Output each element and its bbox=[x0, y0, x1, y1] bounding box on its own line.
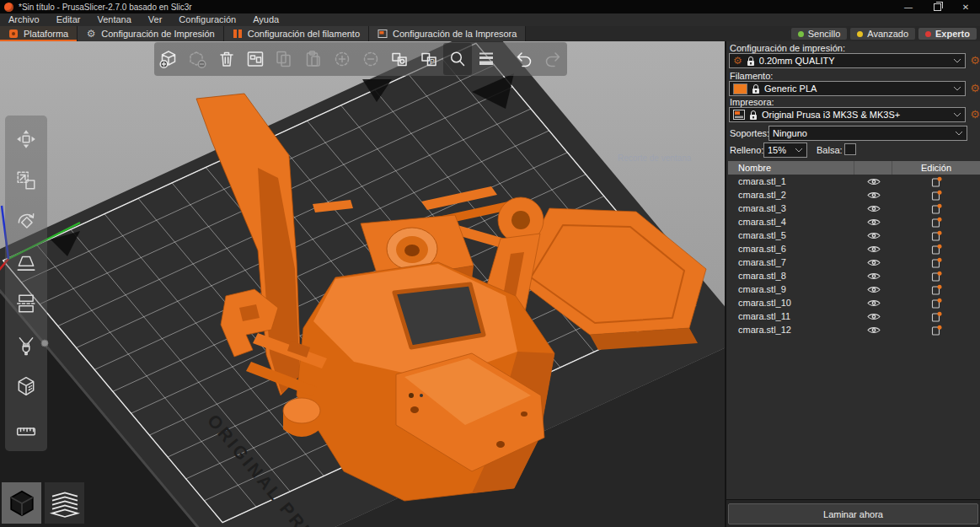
visibility-toggle[interactable] bbox=[854, 272, 892, 281]
copy-icon[interactable] bbox=[270, 43, 298, 75]
object-row[interactable]: cmara.stl_6 bbox=[728, 242, 980, 255]
seam-painting-icon[interactable] bbox=[9, 369, 43, 403]
object-row[interactable]: cmara.stl_10 bbox=[728, 296, 980, 309]
edit-object-button[interactable] bbox=[892, 244, 980, 255]
tab-plater[interactable]: Plataforma bbox=[0, 26, 78, 41]
add-object-icon[interactable] bbox=[154, 43, 183, 75]
arrange-icon[interactable] bbox=[241, 43, 270, 75]
add-instance-icon[interactable] bbox=[328, 43, 356, 75]
infill-combo[interactable]: 15% bbox=[763, 143, 807, 158]
close-button[interactable]: ✕ bbox=[951, 0, 980, 13]
visibility-toggle[interactable] bbox=[854, 245, 892, 254]
visibility-toggle[interactable] bbox=[854, 312, 892, 321]
cut-icon[interactable] bbox=[9, 287, 43, 320]
search-icon[interactable] bbox=[443, 43, 472, 75]
edit-page-icon bbox=[931, 230, 942, 241]
edit-object-button[interactable] bbox=[892, 203, 980, 214]
visibility-toggle[interactable] bbox=[854, 218, 892, 227]
edit-object-button[interactable] bbox=[892, 257, 980, 268]
object-row[interactable]: cmara.stl_12 bbox=[728, 323, 980, 336]
visibility-toggle[interactable] bbox=[854, 204, 892, 213]
visibility-toggle[interactable] bbox=[854, 231, 892, 240]
edit-object-button[interactable] bbox=[892, 217, 980, 228]
restore-button[interactable] bbox=[923, 0, 951, 13]
split-to-objects-icon[interactable] bbox=[385, 43, 414, 75]
red-dot-icon bbox=[925, 31, 931, 37]
object-row[interactable]: cmara.stl_4 bbox=[728, 215, 980, 229]
visibility-toggle[interactable] bbox=[854, 258, 892, 267]
filament-gear-button[interactable]: ⚙ bbox=[969, 82, 980, 95]
viewport-3d[interactable]: ORIGINAL PRUSA bbox=[0, 41, 725, 527]
filament-combo[interactable]: Generic PLA bbox=[729, 81, 966, 96]
object-row[interactable]: cmara.stl_9 bbox=[728, 282, 980, 296]
object-row[interactable]: cmara.stl_2 bbox=[728, 188, 980, 202]
window-title: *Sin título - PrusaSlicer-2.7.0 basado e… bbox=[19, 3, 192, 12]
mode-simple[interactable]: Sencillo bbox=[791, 28, 848, 40]
edit-object-button[interactable] bbox=[892, 271, 980, 282]
printer-combo[interactable]: Original Prusa i3 MK3S & MK3S+ bbox=[729, 107, 966, 122]
menu-item[interactable]: Ver bbox=[140, 13, 171, 26]
print-settings-gear-button[interactable]: ⚙ bbox=[969, 54, 980, 67]
object-row[interactable]: cmara.stl_5 bbox=[728, 229, 980, 242]
view-switch bbox=[2, 482, 84, 524]
undo-icon[interactable] bbox=[509, 43, 538, 75]
object-row[interactable]: cmara.stl_7 bbox=[728, 255, 980, 269]
measure-icon[interactable] bbox=[9, 411, 43, 444]
move-icon[interactable] bbox=[9, 122, 43, 156]
menu-item[interactable]: Editar bbox=[48, 13, 89, 26]
edit-object-button[interactable] bbox=[892, 298, 980, 309]
paint-supports-icon[interactable] bbox=[9, 328, 43, 362]
slice-now-button[interactable]: Laminar ahora bbox=[728, 503, 978, 524]
editor-3d-button[interactable] bbox=[2, 482, 41, 524]
visibility-toggle[interactable] bbox=[854, 325, 892, 335]
object-row[interactable]: cmara.stl_1 bbox=[728, 175, 980, 188]
raft-checkbox[interactable] bbox=[844, 143, 856, 155]
menu-item[interactable]: Ventana bbox=[88, 13, 139, 26]
edit-object-button[interactable] bbox=[892, 176, 980, 187]
raft-label: Balsa: bbox=[817, 145, 843, 155]
delete-object-icon[interactable] bbox=[183, 43, 212, 75]
minimize-button[interactable]: — bbox=[894, 0, 923, 13]
object-name: cmara.stl_8 bbox=[728, 271, 854, 281]
gear-icon: ⚙ bbox=[86, 29, 96, 39]
edit-object-button[interactable] bbox=[892, 311, 980, 322]
split-to-parts-icon[interactable]: P bbox=[415, 43, 443, 75]
supports-combo[interactable]: Ninguno bbox=[768, 126, 967, 141]
mode-expert[interactable]: Experto bbox=[918, 28, 977, 40]
menu-item[interactable]: Configuración bbox=[170, 13, 244, 26]
edit-page-icon bbox=[931, 298, 942, 309]
delete-all-icon[interactable] bbox=[212, 43, 241, 75]
edit-object-button[interactable] bbox=[892, 230, 980, 241]
object-row[interactable]: cmara.stl_8 bbox=[728, 269, 980, 282]
eye-icon bbox=[867, 191, 881, 200]
edit-page-icon bbox=[931, 271, 942, 282]
print-settings-combo[interactable]: ⚙ 0.20mm QUALITY bbox=[729, 53, 966, 68]
remove-instance-icon[interactable] bbox=[356, 43, 385, 75]
paste-icon[interactable] bbox=[298, 43, 327, 75]
visibility-toggle[interactable] bbox=[854, 191, 892, 200]
preview-layers-button[interactable] bbox=[45, 482, 84, 524]
variable-layer-height-icon[interactable] bbox=[472, 43, 501, 75]
tab-print-settings[interactable]: ⚙ Configuración de Impresión bbox=[78, 26, 224, 41]
tab-bar: Plataforma ⚙ Configuración de Impresión … bbox=[0, 26, 980, 42]
scale-icon[interactable] bbox=[9, 164, 43, 197]
edit-object-button[interactable] bbox=[892, 190, 980, 201]
tab-filament-settings[interactable]: Configuración del filamento bbox=[224, 26, 369, 41]
edit-object-button[interactable] bbox=[892, 284, 980, 295]
menu-item[interactable]: Ayuda bbox=[244, 13, 287, 26]
object-row[interactable]: cmara.stl_3 bbox=[728, 202, 980, 215]
place-on-face-icon[interactable] bbox=[9, 246, 43, 280]
eye-icon bbox=[867, 312, 881, 321]
visibility-toggle[interactable] bbox=[854, 298, 892, 308]
mode-advanced[interactable]: Avanzado bbox=[850, 28, 915, 40]
object-row[interactable]: cmara.stl_11 bbox=[728, 309, 980, 323]
visibility-toggle[interactable] bbox=[854, 285, 892, 294]
rotate-icon[interactable] bbox=[9, 205, 43, 239]
edit-object-button[interactable] bbox=[892, 325, 980, 336]
visibility-toggle[interactable] bbox=[854, 177, 892, 186]
tab-printer-settings[interactable]: Configuración de la Impresora bbox=[369, 26, 526, 41]
menu-item[interactable]: Archivo bbox=[0, 13, 48, 26]
printer-gear-button[interactable]: ⚙ bbox=[969, 108, 980, 121]
redo-icon[interactable] bbox=[538, 43, 567, 75]
viewport-3d-scene[interactable]: ORIGINAL PRUSA bbox=[0, 41, 725, 527]
